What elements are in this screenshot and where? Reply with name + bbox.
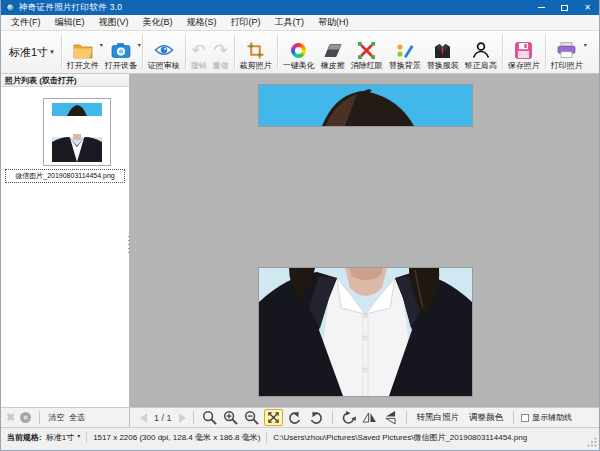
replace-clothing-button[interactable]: 替换服装 — [424, 33, 462, 71]
photo-canvas[interactable] — [130, 74, 599, 407]
flip-horizontal-button[interactable] — [361, 409, 378, 426]
remove-all-icon[interactable]: ✕ — [20, 412, 31, 423]
menu-bar: 文件(F) 编辑(E) 视图(V) 美化(B) 规格(S) 打印(P) 工具(T… — [1, 15, 599, 31]
eraser-icon — [324, 39, 342, 61]
menu-file[interactable]: 文件(F) — [4, 14, 48, 31]
photo-filename[interactable]: 微信图片_20190803114454.png — [5, 169, 125, 183]
separator — [193, 411, 194, 424]
title-bar: 神奇证件照片打印软件 3.0 ✕ — [1, 0, 599, 15]
maximize-icon — [561, 5, 568, 11]
color-wheel-icon — [291, 39, 306, 61]
save-photo-button[interactable]: 保存照片 — [505, 33, 543, 71]
toolbar-separator — [142, 35, 143, 69]
rotate-180-button[interactable] — [340, 409, 357, 426]
rotate-left-icon — [288, 411, 302, 425]
undo-icon: ↶ — [192, 39, 206, 61]
crop-photo-button[interactable]: 裁剪照片 — [237, 33, 275, 71]
x-glyph: ✕ — [23, 414, 29, 421]
zoom-out-button[interactable] — [243, 409, 260, 426]
chevron-down-icon: ▾ — [50, 48, 54, 56]
photo-thumbnail[interactable] — [43, 98, 111, 166]
toolbar-separator — [185, 35, 186, 69]
fit-to-screen-button[interactable] — [264, 409, 283, 426]
minimize-button[interactable] — [530, 0, 553, 15]
clear-button[interactable]: 清空 — [48, 412, 64, 423]
bottom-toolbar: ✖ ✕ 清空 全选 1 / 1 — [1, 407, 599, 427]
spec-dropdown-label: 标准1寸 — [9, 45, 48, 60]
photo-list-header: 照片列表 (双击打开) — [1, 74, 129, 87]
view-controls: 1 / 1 — [130, 409, 599, 426]
separator — [406, 411, 407, 424]
rotate-right-icon — [309, 411, 323, 425]
page-indicator: 1 / 1 — [154, 413, 172, 423]
redo-button: ↷ 重做 — [210, 33, 232, 71]
show-guides-toggle[interactable]: 显示辅助线 — [521, 412, 572, 423]
chevron-down-icon: ▾ — [138, 41, 141, 48]
photo-review-button[interactable]: 证照审核 — [145, 33, 183, 71]
eraser-button[interactable]: 橡皮擦 — [318, 33, 348, 71]
palette-brush-icon — [396, 39, 414, 61]
eye-icon — [154, 39, 174, 61]
next-page-button — [179, 413, 186, 423]
resize-grip[interactable] — [587, 437, 597, 449]
toolbar-button-label: 打印照片 — [551, 61, 583, 71]
menu-help[interactable]: 帮助(H) — [311, 14, 356, 31]
open-file-button[interactable]: ▾ 打开文件 — [64, 33, 102, 71]
thumbnail-image — [46, 101, 108, 163]
current-spec-value[interactable]: 标准1寸 — [46, 432, 74, 443]
toolbar-separator — [277, 35, 278, 69]
menu-print[interactable]: 打印(P) — [224, 14, 268, 31]
remove-red-eye-button[interactable]: 消除红眼 — [348, 33, 386, 71]
file-path: C:\Users\zhou\Pictures\Saved Pictures\微信… — [273, 432, 527, 443]
current-spec-label: 当前规格: — [7, 432, 42, 443]
toolbar-button-label: 打开文件 — [67, 61, 99, 71]
toolbar-button-label: 重做 — [213, 61, 229, 71]
adjust-color-button[interactable]: 调整颜色 — [466, 411, 506, 425]
rotate-left-button[interactable] — [287, 409, 304, 426]
menu-edit[interactable]: 编辑(E) — [48, 14, 92, 31]
zoom-actual-button[interactable] — [201, 409, 218, 426]
spec-dropdown[interactable]: 标准1寸 ▾ — [4, 35, 59, 69]
one-click-beautify-button[interactable]: 一键美化 — [280, 33, 318, 71]
status-bar: 当前规格: 标准1寸 ▾ 1517 x 2206 (300 dpi, 128.4… — [1, 427, 599, 451]
main-area: 照片列表 (双击打开) 微信图片_20190803114454.png — [1, 74, 599, 407]
crop-icon — [247, 39, 264, 61]
zoom-in-button[interactable] — [222, 409, 239, 426]
window-title: 神奇证件照片打印软件 3.0 — [19, 2, 122, 14]
separator — [86, 432, 87, 443]
menu-view[interactable]: 视图(V) — [92, 14, 136, 31]
toolbar-separator — [545, 35, 546, 69]
photo-preview-bottom — [258, 267, 473, 397]
flip-vertical-icon — [385, 410, 396, 425]
flip-vertical-button[interactable] — [382, 409, 399, 426]
toolbar-button-label: 打开设备 — [105, 61, 137, 71]
separator — [39, 411, 40, 424]
replace-background-button[interactable]: 替换背景 — [386, 33, 424, 71]
maximize-button[interactable] — [553, 0, 576, 15]
chevron-down-icon: ▾ — [584, 41, 587, 48]
menu-beautify[interactable]: 美化(B) — [136, 14, 180, 31]
close-button[interactable]: ✕ — [576, 0, 599, 15]
guides-checkbox[interactable] — [521, 414, 529, 422]
toolbar-button-label: 证照审核 — [148, 61, 180, 71]
chevron-down-icon: ▾ — [77, 432, 80, 439]
separator — [332, 411, 333, 424]
correct-shoulder-button[interactable]: 矫正肩高 — [462, 33, 500, 71]
toolbar-button-label: 替换服装 — [427, 61, 459, 71]
separator — [266, 432, 267, 443]
open-device-button[interactable]: ▾ 打开设备 — [102, 33, 140, 71]
photo-list-panel: 照片列表 (双击打开) 微信图片_20190803114454.png — [1, 74, 130, 407]
menu-tools[interactable]: 工具(T) — [268, 14, 312, 31]
menu-spec[interactable]: 规格(S) — [180, 14, 224, 31]
toolbar-button-label: 橡皮擦 — [321, 61, 345, 71]
convert-bw-button[interactable]: 转黑白照片 — [414, 411, 463, 425]
print-photo-button[interactable]: ▾ 打印照片 — [548, 33, 586, 71]
separator — [513, 411, 514, 424]
rotate-right-button[interactable] — [308, 409, 325, 426]
toolbar-button-label: 撤销 — [191, 61, 207, 71]
toolbar-button-label: 一键美化 — [283, 61, 315, 71]
select-all-button[interactable]: 全选 — [69, 412, 85, 423]
open-file-icon — [73, 39, 93, 61]
main-toolbar: 标准1寸 ▾ ▾ 打开文件 ▾ — [1, 31, 599, 74]
zoom-in-icon — [223, 410, 238, 425]
